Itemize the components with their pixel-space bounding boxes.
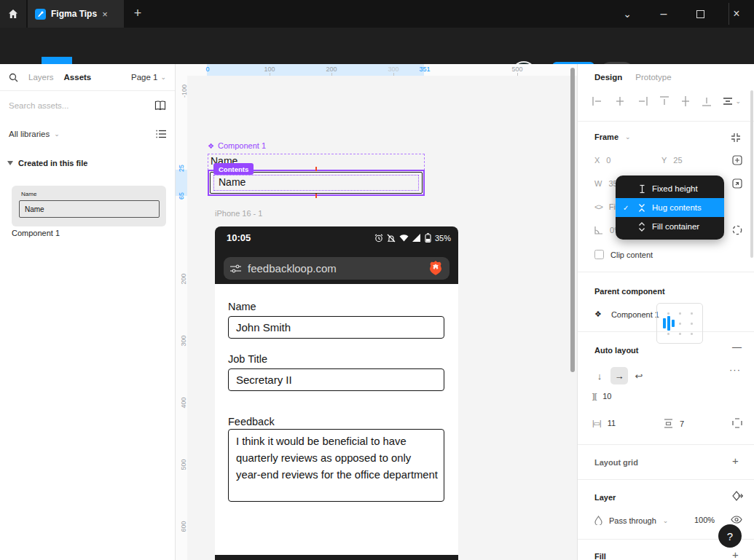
add-layout-grid-button[interactable]: + bbox=[732, 454, 739, 467]
auto-layout-more-button[interactable]: ··· bbox=[729, 364, 741, 375]
ruler-label: -100 bbox=[181, 84, 188, 98]
gap-field[interactable]: ]|[ 10 bbox=[592, 392, 611, 401]
x-position-field[interactable]: X 0 bbox=[594, 156, 610, 165]
form-job-label: Job Title bbox=[228, 353, 267, 365]
direction-wrap-button[interactable]: ↩ bbox=[630, 367, 648, 384]
search-assets-field[interactable]: Search assets... bbox=[9, 100, 166, 111]
canvas-vertical-scrollbar[interactable] bbox=[570, 68, 575, 372]
align-bottom-icon[interactable] bbox=[702, 96, 711, 106]
align-right-icon[interactable] bbox=[637, 97, 648, 106]
frame-section-header[interactable]: Frame ⌄ bbox=[594, 133, 631, 141]
home-button[interactable] bbox=[0, 0, 26, 28]
auto-layout-header: Auto layout bbox=[594, 346, 639, 355]
form-job-value: Secretary II bbox=[236, 374, 292, 386]
window-close-button[interactable]: × bbox=[720, 0, 753, 28]
thumb-field-input: Name bbox=[19, 200, 160, 218]
open-library-button[interactable] bbox=[154, 100, 166, 111]
ruler-label: 200 bbox=[326, 66, 337, 73]
w-label: W bbox=[594, 179, 602, 188]
ruler-label: 200 bbox=[180, 273, 187, 284]
component-list-name[interactable]: Component 1 bbox=[12, 229, 60, 237]
distribute-menu[interactable]: ⌄ bbox=[723, 97, 741, 106]
tab-design[interactable]: Design bbox=[594, 73, 622, 82]
form-name-value: John Smith bbox=[236, 321, 291, 334]
ruler-tick bbox=[270, 73, 270, 76]
tab-title: Figma Tips bbox=[51, 9, 97, 19]
ruler-label: 100 bbox=[264, 66, 275, 73]
iphone-frame[interactable]: 10:05 35% feedbackloop.com Name John Smi… bbox=[215, 226, 458, 560]
clip-content-checkbox[interactable] bbox=[594, 250, 604, 259]
gap-icon: ]|[ bbox=[592, 393, 596, 401]
tab-close-icon[interactable]: × bbox=[102, 9, 108, 20]
form-feedback-value: I think it would be beneficial to have q… bbox=[236, 435, 438, 481]
menu-item-fixed-height[interactable]: Fixed height bbox=[616, 179, 724, 198]
canvas-component-title[interactable]: ❖ Component 1 bbox=[208, 141, 266, 150]
tab-prototype[interactable]: Prototype bbox=[635, 73, 671, 82]
position-target-icon[interactable] bbox=[732, 155, 742, 165]
align-bars-icon bbox=[672, 320, 675, 327]
h-sizing-icon: <> bbox=[594, 202, 602, 211]
layer-opacity-value[interactable]: 100% bbox=[694, 516, 715, 524]
phone-browser-chrome: 10:05 35% feedbackloop.com bbox=[215, 226, 458, 284]
align-h-center-icon[interactable] bbox=[615, 97, 625, 106]
window-maximize-button[interactable] bbox=[683, 0, 717, 28]
menu-item-hug-contents[interactable]: ✓ Hug contents bbox=[616, 198, 724, 217]
align-v-center-icon[interactable] bbox=[681, 96, 690, 106]
menu-item-fill-container[interactable]: Fill container bbox=[616, 217, 724, 236]
form-job-input[interactable]: Secretary II bbox=[228, 368, 444, 391]
direction-horizontal-button[interactable]: → bbox=[610, 367, 628, 384]
list-view-button[interactable] bbox=[156, 130, 166, 138]
align-left-icon[interactable] bbox=[592, 97, 602, 106]
ruler-label: 400 bbox=[180, 397, 187, 408]
visibility-eye-icon[interactable] bbox=[731, 516, 742, 524]
ruler-label: 500 bbox=[511, 66, 522, 73]
clip-content-control[interactable]: Clip content bbox=[594, 250, 653, 259]
blend-mode-icon[interactable] bbox=[731, 491, 743, 501]
alignment-grid-widget[interactable] bbox=[656, 303, 703, 344]
align-top-icon[interactable] bbox=[660, 96, 669, 106]
individual-padding-icon[interactable] bbox=[732, 418, 742, 428]
horizontal-padding-field[interactable]: |▭| 11 bbox=[592, 419, 616, 427]
inspector-tabs: Design Prototype bbox=[594, 73, 672, 82]
component-thumbnail[interactable]: Name Name bbox=[12, 186, 166, 226]
blend-mode-select[interactable]: Pass through ⌄ bbox=[594, 516, 668, 525]
corner-radius-icon[interactable] bbox=[732, 225, 742, 235]
direction-vertical-button[interactable]: ↓ bbox=[591, 367, 608, 384]
page-selector-label: Page 1 bbox=[131, 73, 157, 82]
file-tab[interactable]: Figma Tips × bbox=[28, 0, 124, 28]
window-menu-chevron[interactable]: ⌄ bbox=[610, 0, 644, 28]
new-tab-button[interactable]: + bbox=[130, 6, 146, 21]
blend-mode-value: Pass through bbox=[609, 516, 656, 525]
right-panel-scrollbar[interactable] bbox=[750, 90, 753, 258]
thumb-field-label: Name bbox=[21, 191, 36, 197]
add-fill-button[interactable]: + bbox=[732, 548, 739, 560]
constrain-proportions-icon[interactable] bbox=[732, 178, 742, 189]
remove-auto-layout-button[interactable]: — bbox=[732, 342, 742, 352]
resize-to-fit-icon[interactable] bbox=[731, 133, 741, 143]
libraries-filter[interactable]: All libraries ⌄ bbox=[9, 130, 166, 138]
page-selector[interactable]: Page 1 ⌄ bbox=[131, 73, 166, 82]
alarm-icon bbox=[374, 234, 383, 242]
ruler-label: 600 bbox=[180, 521, 187, 532]
tab-layers[interactable]: Layers bbox=[28, 73, 54, 82]
form-feedback-textarea[interactable]: I think it would be beneficial to have q… bbox=[228, 429, 444, 502]
home-icon bbox=[8, 9, 18, 19]
search-icon[interactable] bbox=[9, 73, 18, 82]
frame-name-label[interactable]: iPhone 16 - 1 bbox=[215, 209, 262, 218]
vertical-padding-field[interactable]: 7 bbox=[664, 419, 684, 428]
section-created-in-this-file[interactable]: Created in this file bbox=[7, 159, 87, 167]
help-button[interactable]: ? bbox=[718, 524, 742, 548]
frame-header-chevron-icon: ⌄ bbox=[625, 133, 631, 141]
ruler-tick bbox=[331, 73, 332, 76]
padding-handle[interactable] bbox=[315, 194, 317, 198]
y-position-field[interactable]: Y 25 bbox=[661, 156, 683, 165]
window-minimize-button[interactable]: – bbox=[647, 0, 680, 28]
contents-layer-badge[interactable]: Contents bbox=[213, 163, 254, 175]
canvas[interactable]: 0 100 200 300 351 500 -100 25 65 200 300… bbox=[176, 64, 577, 560]
parent-component-row[interactable]: ❖ Component 1 bbox=[594, 309, 659, 319]
padding-handle[interactable] bbox=[315, 167, 317, 171]
ruler-label: 65 bbox=[178, 192, 185, 200]
form-name-input[interactable]: John Smith bbox=[228, 316, 444, 339]
tab-assets[interactable]: Assets bbox=[64, 73, 92, 82]
rotation-field[interactable]: 0° bbox=[594, 226, 618, 234]
